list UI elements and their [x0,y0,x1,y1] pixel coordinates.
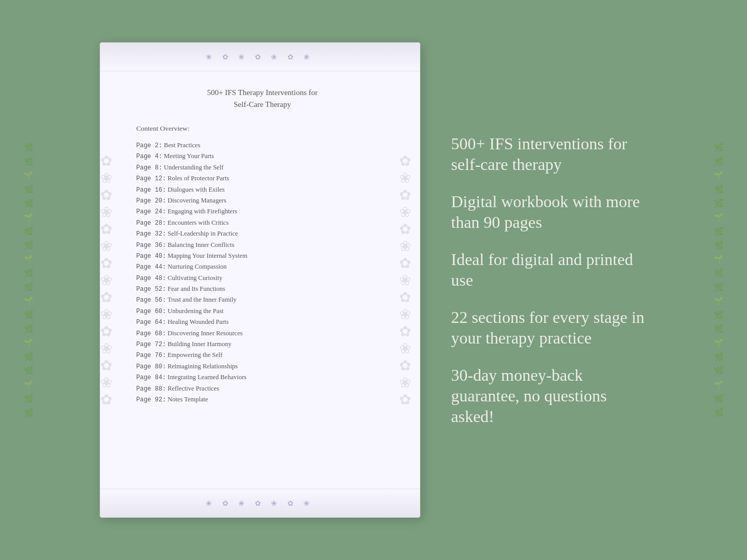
toc-item: Page 2: Best Practices [136,140,389,151]
doc-side-right-decoration: ✿ ❀ ✿ ❀ ✿ ❀ ✿ ❀ ✿ ❀ ✿ ❀ ✿ ❀ ✿ [399,71,420,489]
feature-text-4: 22 sections for every stage in your ther… [451,307,648,348]
toc-item: Page 56: Trust and the Inner Family [136,294,389,305]
document-body: 500+ IFS Therapy Interventions for Self-… [100,71,420,489]
toc-item: Page 32: Self-Leadership in Practice [136,228,389,239]
toc-item: Page 28: Encounters with Critics [136,217,389,228]
content-overview-label: Content Overview: [136,125,389,133]
toc-item: Page 76: Empowering the Self [136,350,389,361]
main-content: ✿ ❀ ✿ ❀ ✿ ❀ ✿ ❀ ✿ ❀ ✿ ❀ ✿ ❀ ✿ ✿ ❀ ✿ ❀ ✿ … [0,0,747,560]
toc-item: Page 48: Cultivating Curiosity [136,273,389,284]
feature-text-1: 500+ IFS interventions for self-care the… [451,133,648,175]
toc-item: Page 60: Unburdening the Past [136,306,389,317]
toc-item: Page 88: Reflective Practices [136,383,389,394]
toc-item: Page 36: Balancing Inner Conflicts [136,240,389,251]
toc-item: Page 80: Reimagining Relationships [136,361,389,372]
doc-footer-decoration [100,489,420,517]
feature-text-3: Ideal for digital and printed use [451,249,648,290]
doc-header-decoration [100,43,420,71]
toc-item: Page 44: Nurturing Compassion [136,261,389,272]
feature-text-2: Digital workbook with more than 90 pages [451,191,648,232]
table-of-contents: Page 2: Best PracticesPage 4: Meeting Yo… [136,140,389,405]
toc-item: Page 4: Meeting Your Parts [136,151,389,162]
toc-item: Page 68: Discovering Inner Resources [136,328,389,339]
toc-item: Page 24: Engaging with Firefighters [136,206,389,217]
toc-item: Page 52: Fear and Its Functions [136,284,389,294]
doc-title-line1: 500+ IFS Therapy Interventions for [207,88,318,97]
feature-text-5: 30-day money-back guarantee, no question… [451,365,648,427]
doc-side-left-decoration: ✿ ❀ ✿ ❀ ✿ ❀ ✿ ❀ ✿ ❀ ✿ ❀ ✿ ❀ ✿ [100,71,121,489]
toc-item: Page 72: Building Inner Harmony [136,339,389,350]
document-title: 500+ IFS Therapy Interventions for Self-… [136,87,389,110]
right-features-panel: 500+ IFS interventions for self-care the… [451,133,648,427]
toc-item: Page 84: Integrating Learned Behaviors [136,372,389,383]
toc-item: Page 12: Roles of Protector Parts [136,173,389,184]
toc-item: Page 20: Discovering Managers [136,195,389,206]
toc-item: Page 8: Understanding the Self [136,162,389,173]
doc-title-line2: Self-Care Therapy [234,100,291,108]
toc-item: Page 92: Notes Template [136,394,389,405]
toc-item: Page 40: Mapping Your Internal System [136,251,389,261]
document-panel: ✿ ❀ ✿ ❀ ✿ ❀ ✿ ❀ ✿ ❀ ✿ ❀ ✿ ❀ ✿ ✿ ❀ ✿ ❀ ✿ … [100,42,420,518]
toc-item: Page 16: Dialogues with Exiles [136,184,389,195]
toc-item: Page 64: Healing Wounded Parts [136,317,389,328]
